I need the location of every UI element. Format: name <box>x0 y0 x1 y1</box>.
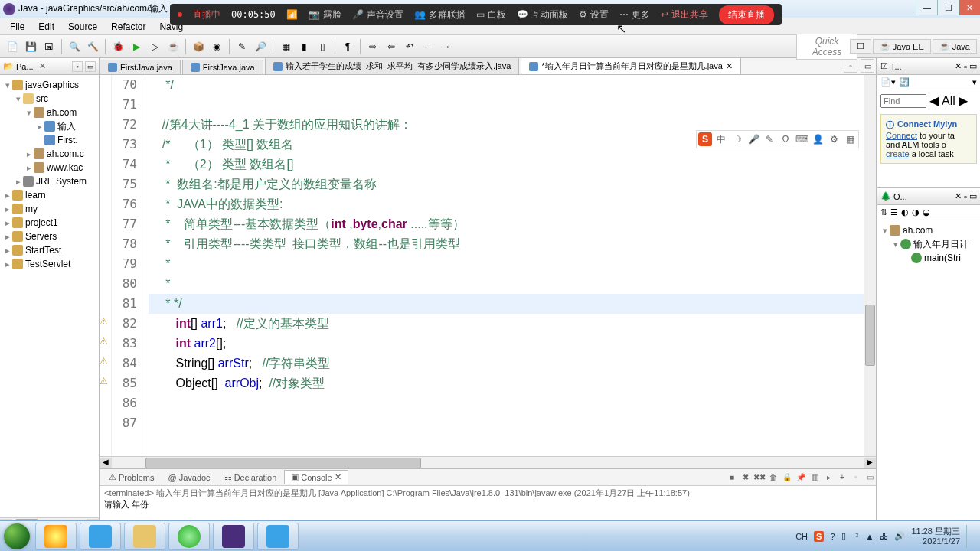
tray-network-icon[interactable]: 🖧 <box>880 532 888 541</box>
multi-group[interactable]: 👥 多群联播 <box>414 8 466 21</box>
console-close-icon[interactable]: ✕ <box>335 472 341 482</box>
block-selection[interactable]: ▯ <box>315 39 330 54</box>
outline-hide-fields-icon[interactable]: ◐ <box>901 207 909 217</box>
pkg-explorer-tab[interactable]: Pa... <box>16 62 34 71</box>
exit-share-button[interactable]: ↩ 退出共享 <box>661 8 708 21</box>
task-max-button[interactable]: ▭ <box>969 61 977 71</box>
debug-button[interactable]: 🐞 <box>110 39 126 54</box>
mark-occurrences[interactable]: ▮ <box>296 39 312 54</box>
task-find-input[interactable] <box>880 94 926 108</box>
more-button[interactable]: ⋯ 更多 <box>619 8 650 21</box>
pkg-max-button[interactable]: ▭ <box>85 61 96 72</box>
outline-item[interactable]: ▾ah.com <box>880 223 977 237</box>
outline-close-icon[interactable]: ✕ <box>955 191 962 201</box>
tree-item[interactable]: ▸JRE System <box>0 174 99 188</box>
build-button[interactable]: 🔨 <box>85 39 100 54</box>
tasklist-tab[interactable]: T... <box>890 62 902 71</box>
console-remove-icon[interactable]: ✖ <box>740 471 752 484</box>
open-perspective-button[interactable]: ☐ <box>850 39 871 54</box>
tray-volume-icon[interactable]: 🔊 <box>894 531 905 541</box>
ime-omega-icon[interactable]: Ω <box>779 132 792 146</box>
console-open-icon[interactable]: ▸ <box>822 471 835 484</box>
last-edit[interactable]: ↶ <box>402 39 417 54</box>
tab-close-icon[interactable]: ✕ <box>726 61 733 71</box>
tab-console[interactable]: ▣ Console ✕ <box>284 470 348 484</box>
editor-tab-active[interactable]: *输入年月日计算当前年月日对应的是星期几.java✕ <box>521 57 741 74</box>
tree-item[interactable]: ▾javaGraphics <box>0 78 99 92</box>
tree-item[interactable]: First. <box>0 133 99 147</box>
task-app-1[interactable] <box>35 523 77 550</box>
tab-javadoc[interactable]: @ Javadoc <box>162 471 216 484</box>
ime-cn-icon[interactable]: 中 <box>714 132 728 146</box>
outline-hide-nonpublic-icon[interactable]: ◒ <box>923 207 930 217</box>
outline-max-button[interactable]: ▭ <box>969 191 977 201</box>
menu-refactor[interactable]: Refactor <box>104 19 152 34</box>
task-explorer[interactable] <box>124 523 165 550</box>
task-app-2[interactable] <box>80 523 121 550</box>
mylyn-connect-link[interactable]: Connect <box>886 131 917 140</box>
next-annotation[interactable]: ⇨ <box>365 39 381 54</box>
ime-gear-icon[interactable]: ⚙ <box>827 132 841 146</box>
mic-toggle[interactable]: 🎤 声音设置 <box>352 8 403 21</box>
vertical-scrollbar[interactable] <box>864 75 876 456</box>
task-menu-icon[interactable]: ▾ <box>972 77 977 87</box>
console-clear-icon[interactable]: 🗑 <box>767 471 779 484</box>
tab-declaration[interactable]: ☷ Declaration <box>218 471 283 484</box>
task-new-icon[interactable]: 📄▾ <box>880 77 896 87</box>
prev-annotation[interactable]: ⇦ <box>384 39 399 54</box>
task-close-icon[interactable]: ✕ <box>955 61 962 71</box>
open-type-button[interactable]: 🔍 <box>67 39 82 54</box>
editor-tab-2[interactable]: FirstJava.java <box>182 60 263 74</box>
camera-toggle[interactable]: 📷 露脸 <box>309 8 341 21</box>
menu-file[interactable]: File <box>3 19 31 34</box>
ime-moon-icon[interactable]: ☽ <box>730 132 744 146</box>
task-all-label[interactable]: All <box>942 94 956 108</box>
run-button[interactable]: ▶ <box>129 39 144 54</box>
menu-edit[interactable]: Edit <box>31 19 61 34</box>
ime-keyboard-icon[interactable]: ⌨ <box>795 132 808 146</box>
console-display-icon[interactable]: ▥ <box>808 471 821 484</box>
pkg-min-button[interactable]: ▫ <box>72 61 83 72</box>
outline-min-button[interactable]: ▫ <box>964 192 967 201</box>
tree-item[interactable]: ▸TestServlet <box>0 257 99 271</box>
toggle-breadcrumb[interactable]: ▦ <box>278 39 293 54</box>
task-eclipse[interactable] <box>213 523 254 550</box>
menu-source[interactable]: Source <box>61 19 104 34</box>
find-prev-icon[interactable]: ◀ <box>929 93 939 108</box>
editor-tab-3[interactable]: 输入若干学生的成绩_求和_求平均_有多少同学成绩录入.java <box>265 57 520 74</box>
tree-item[interactable]: ▸project1 <box>0 216 99 230</box>
tree-item[interactable]: ▸learn <box>0 188 99 202</box>
minimize-button[interactable]: — <box>916 0 937 15</box>
tree-item[interactable]: ▸StartTest <box>0 243 99 257</box>
forward-history[interactable]: → <box>439 39 454 54</box>
console-new-icon[interactable]: + <box>836 471 848 484</box>
perspective-java[interactable]: ☕Java <box>933 39 977 54</box>
console-pin-icon[interactable]: 📌 <box>795 471 807 484</box>
ime-mic-icon[interactable]: 🎤 <box>746 132 760 146</box>
tree-item[interactable]: ▾src <box>0 92 99 106</box>
outline-tab[interactable]: O... <box>893 192 907 201</box>
ime-pen-icon[interactable]: ✎ <box>763 132 776 146</box>
console-terminate-icon[interactable]: ■ <box>726 471 738 484</box>
editor-min-button[interactable]: ▫ <box>844 59 858 73</box>
tree-item[interactable]: ▸my <box>0 202 99 216</box>
tree-item[interactable]: ▸www.kac <box>0 161 99 174</box>
search-button[interactable]: 🔎 <box>253 39 268 54</box>
tree-item[interactable]: ▸输入 <box>0 119 99 133</box>
tray-help-icon[interactable]: ? <box>830 532 835 541</box>
coverage-button[interactable]: ☕ <box>165 39 181 54</box>
editor-tab-1[interactable]: FirstJava.java <box>100 60 181 74</box>
console-max-button[interactable]: ▭ <box>864 471 876 484</box>
outline-sort-icon[interactable]: ⇅ <box>880 207 887 217</box>
end-stream-button[interactable]: 结束直播 <box>719 5 774 24</box>
horizontal-scrollbar[interactable]: ◀ ▶ <box>100 456 876 468</box>
outline-hide-static-icon[interactable]: ◑ <box>912 207 920 217</box>
ime-toolbar[interactable]: S 中 ☽ 🎤 ✎ Ω ⌨ 👤 ⚙ ▦ <box>696 130 859 148</box>
outline-item[interactable]: ▾输入年月日计 <box>880 237 977 251</box>
close-button[interactable]: ✕ <box>959 0 980 15</box>
task-sync-icon[interactable]: 🔄 <box>899 77 910 87</box>
pkg-close-icon[interactable]: ✕ <box>39 61 46 71</box>
open-task-button[interactable]: ✎ <box>234 39 250 54</box>
quick-access-field[interactable]: Quick Access <box>796 34 858 60</box>
tray-up-icon[interactable]: ▲ <box>866 532 874 541</box>
